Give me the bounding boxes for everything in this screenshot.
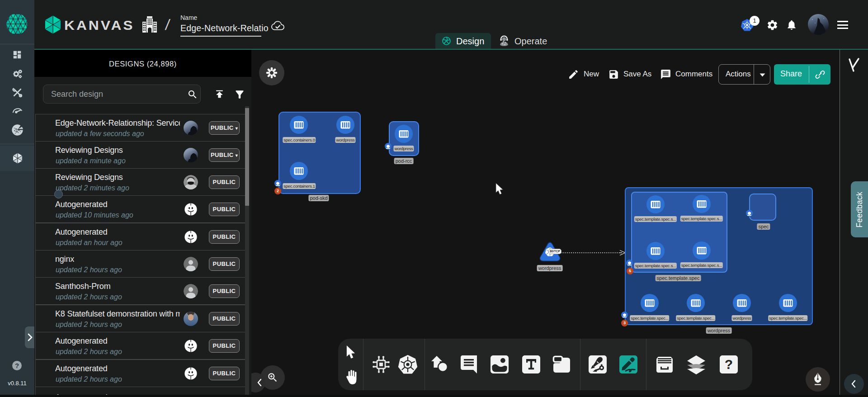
svg-text:?: ? <box>725 357 733 372</box>
